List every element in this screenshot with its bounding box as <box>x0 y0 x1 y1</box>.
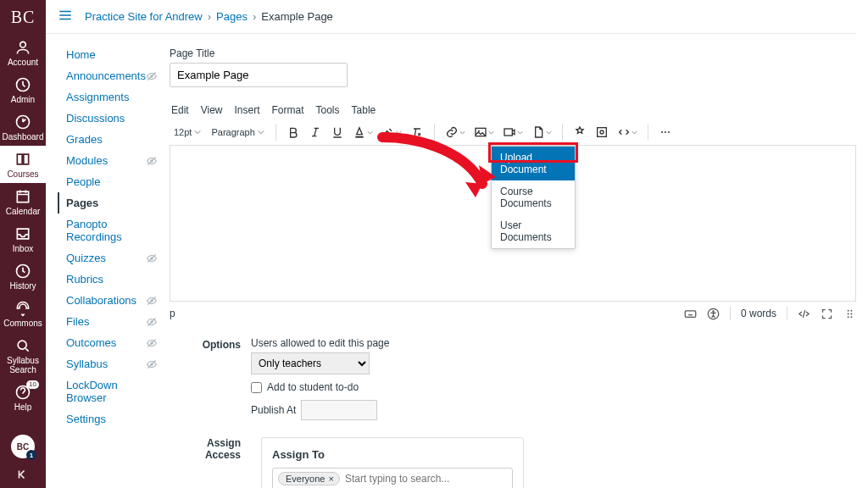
nav-history[interactable]: History <box>0 258 46 295</box>
coursenav-settings[interactable]: Settings <box>58 408 161 430</box>
nav-admin[interactable]: Admin <box>0 71 46 108</box>
bold-button[interactable] <box>283 122 303 142</box>
doc-menu-upload-document[interactable]: Upload Document <box>492 147 575 180</box>
italic-button[interactable] <box>305 122 326 142</box>
fullscreen-icon[interactable] <box>821 308 833 320</box>
coursenav-rubrics[interactable]: Rubrics <box>58 269 161 290</box>
coursenav-label: Assignments <box>66 91 129 103</box>
nav-label: Help <box>14 402 32 412</box>
page-title-input[interactable] <box>170 63 348 87</box>
coursenav-pages[interactable]: Pages <box>58 192 161 214</box>
font-size-select[interactable]: 12pt <box>170 125 205 140</box>
coursenav-collaborations[interactable]: Collaborations <box>58 290 161 311</box>
underline-button[interactable] <box>327 122 348 142</box>
nav-syllabus[interactable]: Syllabus Search <box>0 332 46 379</box>
highlight-button[interactable] <box>378 122 405 142</box>
nav-help[interactable]: Help10 <box>0 379 46 416</box>
menu-edit[interactable]: Edit <box>171 104 189 116</box>
collapse-nav-icon[interactable] <box>15 467 31 485</box>
options-label: Options <box>170 337 251 420</box>
nav-calendar[interactable]: Calendar <box>0 183 46 220</box>
courses-icon <box>14 151 31 168</box>
admin-icon <box>14 76 31 93</box>
a11y-icon[interactable] <box>707 308 720 320</box>
more-toolbar-button[interactable] <box>655 122 676 142</box>
edit-permissions-select[interactable]: Only teachers <box>251 352 370 374</box>
nav-label: Dashboard <box>3 132 44 141</box>
nav-dashboard[interactable]: Dashboard <box>0 108 46 146</box>
coursenav-lockdown-browser[interactable]: LockDown Browser <box>58 374 161 408</box>
hidden-icon <box>146 295 158 307</box>
menu-table[interactable]: Table <box>352 104 376 116</box>
nav-label: Syllabus Search <box>0 356 46 374</box>
editor-canvas[interactable]: Upload DocumentCourse DocumentsUser Docu… <box>170 145 856 302</box>
todo-checkbox[interactable] <box>251 382 262 393</box>
image-button[interactable] <box>470 122 498 142</box>
doc-menu-course-documents[interactable]: Course Documents <box>492 180 575 214</box>
html-view-icon[interactable] <box>798 308 810 320</box>
coursenav-assignments[interactable]: Assignments <box>58 86 161 108</box>
coursenav-quizzes[interactable]: Quizzes <box>58 247 161 269</box>
nav-commons[interactable]: Commons <box>0 295 46 332</box>
brand-logo[interactable]: BC <box>0 0 46 34</box>
nav-account[interactable]: Account <box>0 34 46 71</box>
coursenav-home[interactable]: Home <box>58 44 161 65</box>
menu-view[interactable]: View <box>201 104 223 116</box>
media-button[interactable] <box>499 122 526 142</box>
hamburger-icon[interactable] <box>58 8 73 25</box>
coursenav-grades[interactable]: Grades <box>58 129 161 150</box>
hidden-icon <box>146 358 158 370</box>
clear-format-button[interactable] <box>407 122 427 142</box>
nav-label: Courses <box>7 169 38 179</box>
assign-to-label: Assign To <box>272 448 513 461</box>
assign-to-input[interactable]: Everyone× <box>272 468 513 488</box>
assign-token[interactable]: Everyone× <box>278 472 340 485</box>
nav-inbox[interactable]: Inbox <box>0 220 46 258</box>
coursenav-label: Modules <box>66 154 108 167</box>
coursenav-discussions[interactable]: Discussions <box>58 108 161 129</box>
assign-search-input[interactable] <box>345 473 507 485</box>
apps-button[interactable] <box>570 122 590 142</box>
menu-tools[interactable]: Tools <box>316 104 340 116</box>
coursenav-files[interactable]: Files <box>58 311 161 332</box>
publish-at-input[interactable] <box>301 400 377 420</box>
hidden-icon <box>146 155 158 167</box>
link-button[interactable] <box>442 122 469 142</box>
coursenav-outcomes[interactable]: Outcomes <box>58 332 161 353</box>
hidden-icon <box>146 337 158 349</box>
coursenav-announcements[interactable]: Announcements <box>58 65 161 86</box>
element-path[interactable]: p <box>170 308 175 319</box>
avatar[interactable]: BC <box>11 435 35 458</box>
svg-rect-23 <box>685 310 696 317</box>
search-icon <box>14 337 31 354</box>
coursenav-panopto-recordings[interactable]: Panopto Recordings <box>58 214 161 247</box>
text-color-button[interactable] <box>349 122 376 142</box>
options-hint: Users allowed to edit this page <box>251 337 389 349</box>
coursenav-people[interactable]: People <box>58 171 161 192</box>
menu-format[interactable]: Format <box>272 104 304 116</box>
avatar-initials: BC <box>17 442 29 452</box>
breadcrumb-sep: › <box>208 10 211 23</box>
keyboard-icon[interactable] <box>684 308 697 320</box>
breadcrumb-section[interactable]: Pages <box>216 10 248 23</box>
embed-button[interactable] <box>614 122 641 142</box>
svg-rect-14 <box>355 136 363 138</box>
coursenav-label: LockDown Browser <box>66 379 158 404</box>
nav-badge: 10 <box>26 380 39 389</box>
doc-menu-user-documents[interactable]: User Documents <box>492 214 575 248</box>
breadcrumb-course[interactable]: Practice Site for Andrew <box>85 10 203 23</box>
nav-label: Account <box>8 58 38 67</box>
block-format-select[interactable]: Paragraph <box>207 125 268 140</box>
remove-token-icon[interactable]: × <box>328 474 333 484</box>
nav-courses[interactable]: Courses <box>0 146 46 183</box>
word-count[interactable]: 0 words <box>741 308 776 319</box>
document-button[interactable] <box>528 122 555 142</box>
coursenav-syllabus[interactable]: Syllabus <box>58 353 161 374</box>
icon-maker-button[interactable] <box>592 122 612 142</box>
coursenav-label: Rubrics <box>66 273 103 286</box>
menu-insert[interactable]: Insert <box>234 104 259 116</box>
coursenav-modules[interactable]: Modules <box>58 150 161 171</box>
breadcrumb-page: Example Page <box>261 10 333 23</box>
coursenav-label: Discussions <box>66 112 125 125</box>
drag-handle-icon[interactable] <box>843 308 856 320</box>
